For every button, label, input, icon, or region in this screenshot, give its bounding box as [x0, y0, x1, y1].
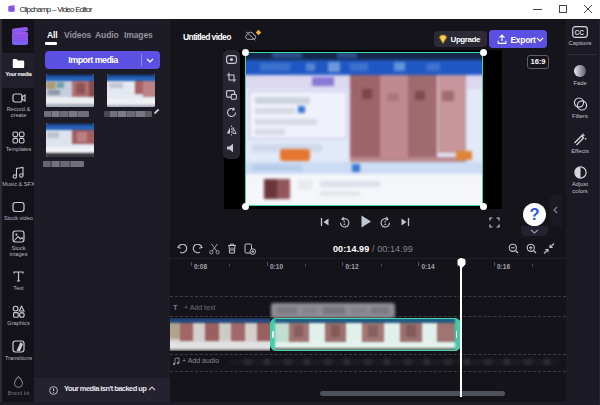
svg-text:1: 1 [343, 220, 346, 226]
svg-text:CC: CC [575, 29, 585, 36]
svg-text:1: 1 [384, 220, 387, 226]
